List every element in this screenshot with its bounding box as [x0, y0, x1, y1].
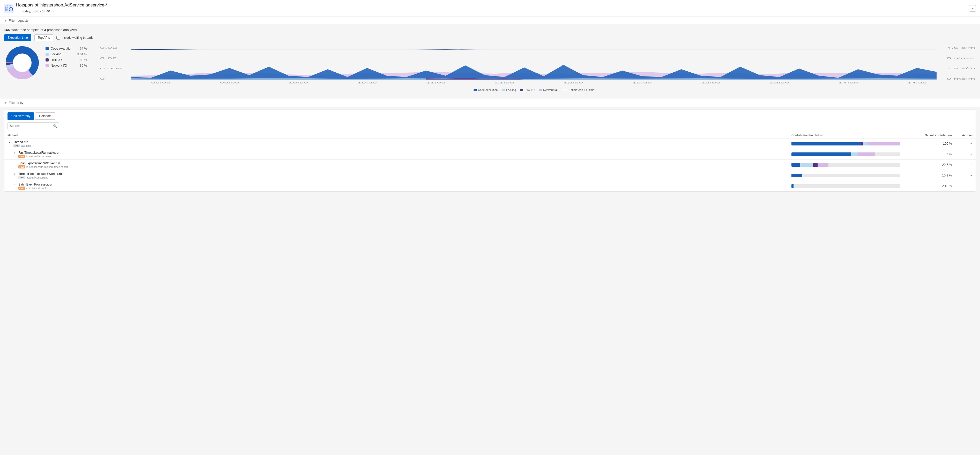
time-next-button[interactable]: › [51, 9, 56, 14]
svg-text:0.02: 0.02 [100, 57, 117, 59]
svg-text:10:00: 10:00 [288, 82, 308, 84]
page-title: Hotspots of 'hipstershop.AdService adser… [16, 3, 108, 8]
chart-legend-color-locking [502, 89, 505, 91]
bar-network [858, 152, 875, 156]
col-contribution: Contribution breakdown [791, 133, 905, 137]
action-menu-span-exporter[interactable]: ⋯ [968, 163, 972, 167]
overall-fast-thread: 57 % [905, 152, 952, 156]
action-menu-batch-event[interactable]: ⋯ [968, 184, 972, 188]
filtered-by-icon: ▼ [4, 101, 7, 105]
legend-item-network: Network I/O 30 % [46, 64, 87, 67]
search-input-wrapper: 🔍 [8, 122, 59, 129]
action-menu-fast-thread[interactable]: ⋯ [968, 152, 972, 156]
search-icon: 🔍 [53, 124, 57, 128]
samples-count: 165 [4, 28, 10, 32]
method-name-row: › BatchEventProcessor.run [13, 182, 791, 187]
chart-section: Code execution 64 % Locking 3.64 % Disk … [4, 45, 976, 92]
legend-label-network: Network I/O [51, 64, 77, 67]
contrib-bar [791, 142, 900, 146]
method-sub-fast-thread: Java io.netty.util.concurrent [18, 155, 791, 158]
table-row-span-exporter: › SpanExporterImpl$Worker.run Java io.op… [5, 160, 975, 170]
header-left: 11010 01010 10010 Hotspots of 'hipstersh… [4, 3, 108, 14]
chart-legend-label-cpu: Estimated CPU time [569, 88, 594, 92]
contrib-bar [791, 174, 900, 177]
chart-legend-label-disk: Disk I/O [525, 88, 535, 92]
method-name-row: ▼ Thread.run [8, 140, 791, 144]
method-cell-threadpool: › ThreadPoolExecutor$Worker.run JRE java… [8, 172, 791, 179]
table-row: ▼ Thread.run JRE java.lang 100 % ⋯ [5, 138, 975, 149]
header-menu-button[interactable]: ≡ [969, 5, 976, 12]
method-name-fast-thread: FastThreadLocalRunnable.run [18, 151, 60, 154]
processes-count: 3 [44, 28, 46, 32]
method-sub-batch-event: Java com.lmax.disruptor [18, 187, 791, 190]
contrib-bar-batch-event [791, 184, 905, 188]
col-method: Method [8, 133, 791, 137]
tab-call-hierarchy[interactable]: Call hierarchy [8, 113, 34, 120]
method-cell-batch-event: › BatchEventProcessor.run Java com.lmax.… [8, 182, 791, 190]
tab-hotspots[interactable]: Hotspots [35, 113, 55, 120]
method-name-row: › SpanExporterImpl$Worker.run [13, 161, 791, 165]
legend-pct-code: 64 % [80, 47, 87, 51]
bar-locking [851, 152, 858, 156]
legend-pct-network: 30 % [80, 64, 87, 67]
overall-thread-run: 100 % [905, 142, 952, 146]
donut-chart [4, 45, 40, 81]
bar-locking [800, 163, 813, 166]
search-input[interactable] [8, 122, 59, 129]
overall-threadpool: 10.9 % [905, 174, 952, 177]
table-row-threadpool: › ThreadPoolExecutor$Worker.run JRE java… [5, 170, 975, 181]
chart-legend-label-locking: Locking [506, 88, 516, 92]
include-waiting-label: Include waiting threads [62, 36, 93, 40]
expand-button-thread-run[interactable]: ▼ [8, 140, 12, 144]
time-navigation: ‹ Today, 08:40 - 14:40 › [16, 9, 108, 14]
bar-code [791, 142, 861, 146]
filter-requests-label: Filter requests [9, 19, 29, 22]
tab-execution-time[interactable]: Execution time [4, 34, 31, 41]
samples-summary: 165 stacktrace samples of 3 processes an… [4, 28, 976, 32]
table-header: Method Contribution breakdown Overall co… [5, 132, 975, 138]
package-batch-event: com.lmax.disruptor [26, 187, 48, 190]
tab-top-apis[interactable]: Top APIs [34, 34, 53, 41]
time-prev-button[interactable]: ‹ [16, 9, 21, 14]
include-waiting-checkbox[interactable] [56, 36, 60, 40]
method-name-span-exporter: SpanExporterImpl$Worker.run [18, 162, 60, 165]
package-threadpool: java.util.concurrent [26, 176, 48, 179]
chart-legend-color-network [539, 89, 542, 91]
expand-button-threadpool[interactable]: › [13, 172, 17, 176]
table-row-thread-run: ▼ Thread.run JRE java.lang 100 % ⋯ [5, 138, 975, 149]
expand-button-fast-thread[interactable]: › [13, 151, 17, 155]
tag-java-span-exporter: Java [18, 165, 25, 168]
chart-legend-network: Network I/O [539, 88, 558, 92]
bar-network [867, 142, 900, 146]
package-fast-thread: io.netty.util.concurrent [26, 155, 51, 158]
actions-threadpool: ⋯ [952, 173, 972, 178]
legend-pct-locking: 3.64 % [77, 52, 87, 56]
legend-item-disk: Disk I/O 1.82 % [46, 58, 87, 62]
action-menu-thread-run[interactable]: ⋯ [968, 141, 972, 146]
chart-legend-label-code: Code execution [478, 88, 498, 92]
timeseries-chart: 0.02 0.02 0.008 0 4.5 s/min 3 s/min 1.5 … [92, 45, 976, 86]
legend-color-code [46, 47, 49, 50]
legend-pct-disk: 1.82 % [77, 58, 87, 62]
svg-text:0.02: 0.02 [100, 46, 117, 49]
action-menu-threadpool[interactable]: ⋯ [968, 173, 972, 178]
chart-legend-code: Code execution [474, 88, 498, 92]
legend-color-network [46, 64, 49, 67]
svg-text:11010: 11010 [5, 5, 11, 7]
expand-button-span-exporter[interactable]: › [13, 161, 17, 165]
filter-requests-bar[interactable]: ▼ Filter requests [0, 17, 980, 25]
filtered-by-bar[interactable]: ▼ Filtered by [0, 99, 980, 107]
contrib-bar [791, 152, 900, 156]
header-title-block: Hotspots of 'hipstershop.AdService adser… [16, 3, 108, 14]
legend-label-code: Code execution [51, 47, 77, 51]
svg-text:09:00: 09:00 [151, 82, 171, 84]
expand-button-batch-event[interactable]: › [13, 182, 17, 187]
svg-text:12:00: 12:00 [563, 82, 583, 84]
svg-point-10 [13, 54, 31, 72]
method-cell-thread-run: ▼ Thread.run JRE java.lang [8, 140, 791, 147]
table-row: › ThreadPoolExecutor$Worker.run JRE java… [5, 170, 975, 181]
include-waiting-checkbox-label[interactable]: Include waiting threads [56, 36, 93, 40]
svg-text:09:30: 09:30 [220, 82, 240, 84]
svg-text:13:30: 13:30 [770, 82, 789, 84]
bar-network [818, 163, 829, 166]
